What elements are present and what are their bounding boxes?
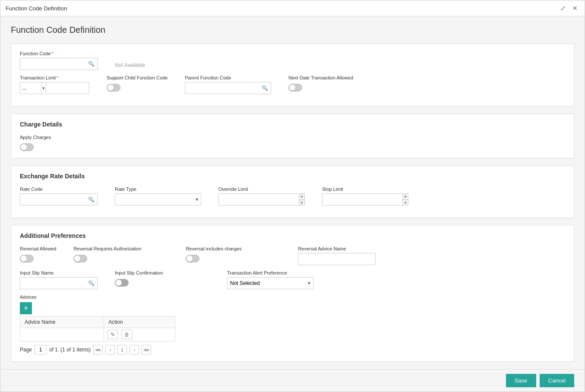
additional-preferences-title: Additional Preferences — [20, 232, 565, 239]
input-slip-label: Input Slip Name — [20, 270, 98, 275]
content-area: Function Code Definition Function Code* … — [0, 16, 585, 369]
charge-details-section: Charge Details Apply Charges — [11, 114, 574, 158]
function-code-row: Function Code* 🔍 Not Available — [20, 51, 565, 70]
action-header: Action — [104, 316, 175, 328]
reversal-advice-input[interactable] — [298, 253, 376, 265]
function-code-search-icon[interactable]: 🔍 — [88, 61, 95, 67]
input-slip-row: Input Slip Name 🔍 Input Slip Confirmatio… — [20, 270, 565, 289]
override-limit-group: Override Limit ▾ ▴ — [218, 187, 305, 205]
apply-charges-toggle[interactable] — [20, 143, 34, 151]
transaction-alert-select-wrapper[interactable]: Not Selected ▾ — [227, 277, 313, 289]
override-limit-up-btn[interactable]: ▴ — [299, 200, 304, 205]
function-code-input-wrapper[interactable]: 🔍 — [20, 58, 98, 70]
transaction-limit-select[interactable]: ... — [20, 82, 41, 94]
footer: Save Cancel — [0, 369, 585, 392]
parent-function-code-input[interactable] — [188, 85, 262, 91]
support-child-group: Support Child Function Code — [107, 75, 168, 92]
apply-charges-group: Apply Charges — [20, 135, 565, 151]
additional-preferences-section: Additional Preferences Reversal Allowed … — [11, 225, 574, 362]
advices-table-header-row: Advice Name Action — [20, 316, 175, 328]
next-date-label: Next Date Transaction Allowed — [288, 75, 353, 80]
input-slip-input[interactable] — [23, 280, 88, 286]
stop-limit-up-btn[interactable]: ▴ — [402, 200, 408, 205]
pagination: Page of 1 (1 of 1 items) ⋘ ‹ 1 › ⋙ — [20, 345, 565, 354]
advices-add-button[interactable]: + — [20, 302, 32, 314]
action-cell: ✎ 🗑 — [104, 328, 175, 341]
override-limit-input[interactable] — [219, 196, 299, 202]
exchange-rate-title: Exchange Rate Details — [20, 173, 565, 180]
support-child-label: Support Child Function Code — [107, 75, 168, 80]
stop-limit-input-wrapper[interactable]: ▾ ▴ — [322, 193, 408, 205]
function-code-section: Function Code* 🔍 Not Available Transacti… — [11, 44, 574, 107]
parent-function-code-label: Parent Function Code — [185, 75, 271, 80]
reversal-auth-toggle[interactable] — [73, 255, 87, 262]
reversal-allowed-toggle[interactable] — [20, 255, 34, 262]
close-button[interactable]: ✕ — [571, 4, 579, 13]
parent-function-code-input-wrapper[interactable]: 🔍 — [185, 82, 271, 94]
override-limit-down-btn[interactable]: ▾ — [299, 194, 304, 200]
page-label: Page — [20, 347, 32, 353]
input-slip-confirm-toggle[interactable] — [115, 279, 129, 287]
page-number-input[interactable] — [35, 345, 47, 354]
parent-function-code-search-icon[interactable]: 🔍 — [262, 85, 268, 91]
cancel-button[interactable]: Cancel — [540, 374, 574, 387]
reversal-charges-group: Reversal includes charges — [186, 246, 281, 262]
transaction-limit-value-input[interactable] — [46, 82, 89, 94]
reversal-auth-label: Reversal Requires Authorization — [73, 246, 168, 251]
input-slip-search-icon[interactable]: 🔍 — [88, 280, 95, 286]
not-available-text: Not Available — [115, 60, 145, 68]
function-code-input[interactable] — [23, 61, 88, 67]
support-child-toggle[interactable] — [107, 84, 120, 92]
edit-action-button[interactable]: ✎ — [108, 330, 118, 339]
reversal-row: Reversal Allowed Reversal Requires Autho… — [20, 246, 565, 265]
rate-code-input-wrapper[interactable]: 🔍 — [20, 193, 98, 205]
transaction-alert-group: Transaction Alert Preference Not Selecte… — [227, 270, 322, 289]
input-slip-confirm-label: Input Slip Confirmation — [115, 270, 210, 275]
function-code-label: Function Code* — [20, 51, 98, 56]
transaction-limit-label: Transaction Limit* — [20, 75, 89, 80]
expand-button[interactable]: ⤢ — [559, 4, 567, 13]
override-limit-input-wrapper[interactable]: ▾ ▴ — [218, 193, 305, 205]
reversal-auth-group: Reversal Requires Authorization — [73, 246, 168, 262]
transaction-alert-label: Transaction Alert Preference — [227, 270, 322, 275]
next-page-button[interactable]: › — [130, 345, 139, 354]
advice-name-cell — [20, 328, 104, 341]
rate-type-group: Rate Type ▾ — [115, 187, 201, 205]
delete-action-button[interactable]: 🗑 — [121, 330, 133, 339]
title-bar-controls: ⤢ ✕ — [559, 4, 579, 13]
transaction-alert-arrow-icon: ▾ — [305, 280, 313, 286]
rate-code-group: Rate Code 🔍 — [20, 187, 98, 205]
save-button[interactable]: Save — [506, 374, 536, 387]
stop-limit-down-btn[interactable]: ▾ — [402, 194, 408, 200]
advices-section: Advices + Advice Name Action ✎ — [20, 294, 565, 354]
page-title: Function Code Definition — [11, 25, 574, 35]
current-page-button[interactable]: 1 — [117, 345, 127, 354]
reversal-charges-label: Reversal includes charges — [186, 246, 281, 251]
prev-page-button[interactable]: ‹ — [105, 345, 115, 354]
advices-label: Advices — [20, 294, 565, 300]
transaction-alert-select[interactable]: Not Selected — [228, 278, 305, 289]
rate-type-arrow-icon: ▾ — [193, 196, 201, 202]
next-date-toggle[interactable] — [288, 84, 302, 92]
override-limit-label: Override Limit — [218, 187, 305, 192]
input-slip-group: Input Slip Name 🔍 — [20, 270, 98, 289]
rate-code-search-icon[interactable]: 🔍 — [88, 196, 95, 202]
reversal-charges-toggle[interactable] — [186, 255, 199, 262]
apply-charges-label: Apply Charges — [20, 135, 565, 140]
last-page-button[interactable]: ⋙ — [142, 345, 151, 354]
items-label: (1 of 1 items) — [60, 347, 91, 353]
title-bar: Function Code Definition ⤢ ✕ — [0, 0, 585, 16]
rate-type-label: Rate Type — [115, 187, 201, 192]
reversal-allowed-group: Reversal Allowed — [20, 246, 56, 262]
rate-type-select-wrapper[interactable]: ▾ — [115, 193, 201, 205]
rate-type-select[interactable] — [115, 194, 193, 205]
stop-limit-spinner: ▾ ▴ — [402, 194, 408, 205]
input-slip-input-wrapper[interactable]: 🔍 — [20, 277, 98, 289]
rate-code-input[interactable] — [23, 196, 88, 202]
exchange-rate-section: Exchange Rate Details Rate Code 🔍 Rate T… — [11, 165, 574, 218]
exchange-rate-row: Rate Code 🔍 Rate Type ▾ — [20, 187, 565, 205]
stop-limit-input[interactable] — [323, 196, 402, 202]
reversal-advice-group: Reversal Advice Name — [298, 246, 376, 265]
first-page-button[interactable]: ⋘ — [93, 345, 103, 354]
input-slip-confirm-group: Input Slip Confirmation — [115, 270, 210, 287]
